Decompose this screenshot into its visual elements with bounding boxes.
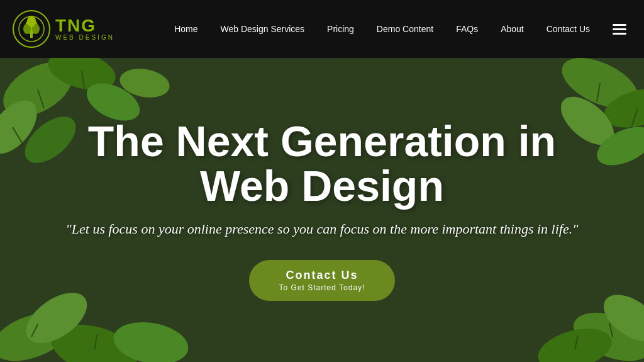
nav-item-pricing[interactable]: Pricing <box>316 23 365 35</box>
hamburger-line-2 <box>613 28 626 30</box>
logo-circle <box>13 10 50 48</box>
logo-tree-icon <box>18 15 45 43</box>
nav-link-home[interactable]: Home <box>163 24 209 34</box>
hamburger-line-1 <box>613 24 626 26</box>
nav-item-home[interactable]: Home <box>163 23 209 35</box>
logo-tng: TNG <box>55 17 114 35</box>
nav-item-web-design[interactable]: Web Design Services <box>209 23 316 35</box>
hamburger-line-3 <box>613 33 626 35</box>
nav-links: Home Web Design Services Pricing Demo Co… <box>163 23 601 35</box>
logo[interactable]: TNG WEB DESIGN <box>13 10 114 48</box>
nav-link-about[interactable]: About <box>489 24 535 34</box>
nav-item-about[interactable]: About <box>489 23 535 35</box>
hamburger-menu[interactable] <box>608 19 631 40</box>
nav-link-demo[interactable]: Demo Content <box>365 24 445 34</box>
nav-link-pricing[interactable]: Pricing <box>316 24 365 34</box>
hero-section: The Next Generation in Web Design "Let u… <box>0 58 644 362</box>
logo-text: TNG WEB DESIGN <box>55 17 114 41</box>
nav-link-web-design[interactable]: Web Design Services <box>209 24 316 34</box>
cta-button[interactable]: Contact Us To Get Started Today! <box>249 260 396 301</box>
hero-subtitle: "Let us focus on your online presence so… <box>64 221 580 237</box>
logo-sub: WEB DESIGN <box>55 35 114 41</box>
cta-sub-label: To Get Started Today! <box>279 283 365 292</box>
nav-item-faqs[interactable]: FAQs <box>445 23 489 35</box>
nav-item-contact[interactable]: Contact Us <box>535 23 601 35</box>
nav-item-demo[interactable]: Demo Content <box>365 23 445 35</box>
svg-point-5 <box>27 16 36 27</box>
hero-title: The Next Generation in Web Design <box>64 119 580 209</box>
navbar: TNG WEB DESIGN Home Web Design Services … <box>0 0 644 58</box>
hero-content: The Next Generation in Web Design "Let u… <box>39 119 605 302</box>
cta-main-label: Contact Us <box>286 269 358 282</box>
nav-link-faqs[interactable]: FAQs <box>445 24 489 34</box>
nav-link-contact[interactable]: Contact Us <box>535 24 601 34</box>
